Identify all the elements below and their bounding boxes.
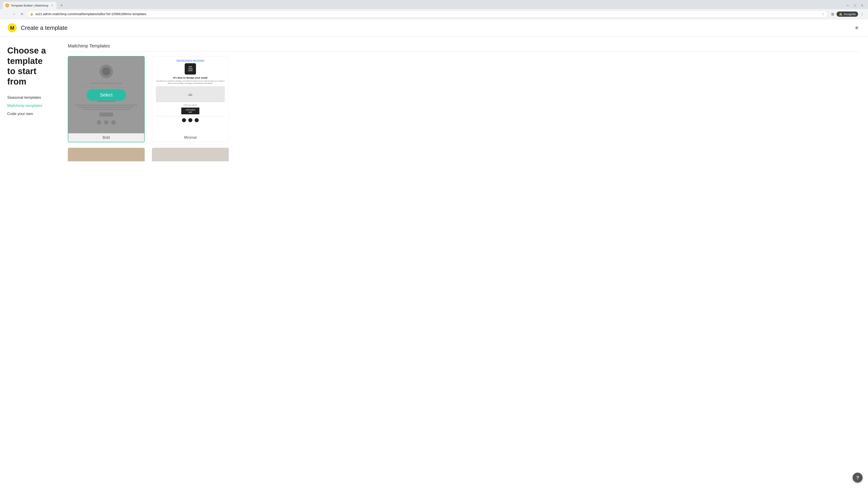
- incognito-icon: 🕵: [839, 12, 842, 16]
- incognito-label: Incognito: [844, 12, 856, 16]
- svg-text:M: M: [10, 25, 14, 31]
- app-header: M Create a template: [0, 19, 868, 37]
- template-card-bold[interactable]: Select It's time to design your email ⛰: [68, 56, 145, 142]
- browser-actions: ⊞ 🕵 Incognito ⋮: [829, 11, 865, 17]
- mailchimp-logo: M: [7, 23, 17, 33]
- address-bar[interactable]: 🔒 us21.admin.mailchimp.com/email/templat…: [27, 10, 828, 18]
- tab-favicon: M: [5, 4, 9, 7]
- address-text: us21.admin.mailchimp.com/email/templates…: [35, 12, 820, 16]
- section-title: Mailchimp Templates: [68, 43, 859, 52]
- template-grid: Select It's time to design your email ⛰: [68, 56, 859, 142]
- maximize-button[interactable]: □: [852, 2, 858, 8]
- help-button[interactable]: ?: [852, 473, 863, 483]
- sidebar-nav: Seasonal templates Mailchimp templates C…: [7, 94, 52, 118]
- browser-tab[interactable]: M Template Builder | Mailchimp ×: [3, 2, 57, 9]
- select-bold-button[interactable]: Select: [86, 89, 126, 101]
- close-window-button[interactable]: ×: [859, 2, 865, 8]
- app-main: Choose a template to start from Seasonal…: [0, 37, 868, 488]
- minimal-template-label: Minimal: [152, 133, 228, 142]
- content-area: Mailchimp Templates Select: [59, 37, 868, 488]
- close-button[interactable]: [852, 24, 861, 32]
- bold-template-label: Bold: [68, 133, 144, 142]
- forward-button[interactable]: →: [11, 11, 17, 17]
- help-icon: ?: [856, 475, 859, 480]
- page-title: Create a template: [21, 24, 68, 31]
- bold-preview: Select It's time to design your email ⛰: [68, 57, 144, 133]
- sidebar-heading: Choose a template to start from: [7, 46, 52, 87]
- template-grid-bottom: [68, 148, 859, 161]
- sidebar-item-seasonal[interactable]: Seasonal templates: [7, 94, 52, 101]
- app-container: M Create a template Choose a template to…: [0, 19, 868, 488]
- bookmark-icon[interactable]: ☆: [822, 12, 825, 16]
- minimize-button[interactable]: ─: [844, 2, 851, 8]
- minimal-preview: Select View this email in your browser A…: [152, 57, 228, 133]
- window-controls: ─ □ ×: [844, 2, 865, 8]
- reload-button[interactable]: ↻: [19, 11, 25, 17]
- partial-card-1[interactable]: [68, 148, 145, 161]
- browser-titlebar: M Template Builder | Mailchimp × + ─ □ ×: [0, 0, 868, 9]
- browser-addressbar: ← → ↻ 🔒 us21.admin.mailchimp.com/email/t…: [0, 9, 868, 19]
- tab-close-button[interactable]: ×: [50, 4, 54, 7]
- select-minimal-button[interactable]: Select: [170, 89, 210, 101]
- new-tab-button[interactable]: +: [58, 2, 65, 8]
- sidebar-item-code[interactable]: Code your own: [7, 110, 52, 118]
- template-card-minimal[interactable]: Select View this email in your browser A…: [152, 56, 229, 142]
- menu-button[interactable]: ⋮: [859, 11, 865, 17]
- back-button[interactable]: ←: [3, 11, 9, 17]
- sidebar-item-mailchimp[interactable]: Mailchimp templates: [7, 102, 52, 109]
- browser-chrome: M Template Builder | Mailchimp × + ─ □ ×…: [0, 0, 868, 19]
- tab-title: Template Builder | Mailchimp: [11, 4, 49, 7]
- extensions-button[interactable]: ⊞: [829, 11, 836, 17]
- select-overlay-bold: Select: [68, 57, 144, 133]
- sidebar: Choose a template to start from Seasonal…: [0, 37, 59, 488]
- lock-icon: 🔒: [30, 12, 33, 15]
- partial-card-2[interactable]: [152, 148, 229, 161]
- incognito-indicator: 🕵 Incognito: [837, 11, 858, 17]
